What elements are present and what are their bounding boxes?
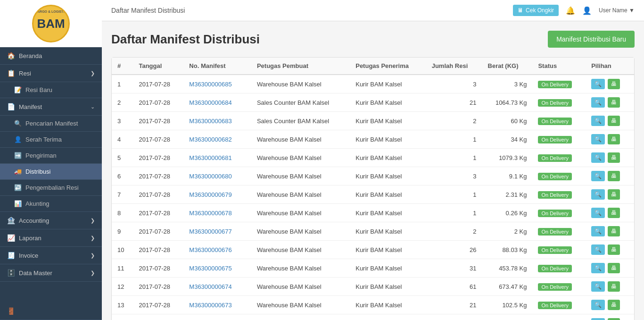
- view-button[interactable]: 🔍: [591, 79, 605, 89]
- manifest-link[interactable]: M36300000683: [189, 118, 231, 125]
- manifest-link[interactable]: M36300000677: [189, 228, 231, 235]
- sidebar-item-pengembalian-resi[interactable]: ↩️ Pengembalian Resi: [0, 180, 102, 196]
- print-button[interactable]: 🖶: [608, 79, 620, 89]
- view-button[interactable]: 🔍: [591, 97, 605, 108]
- sidebar-item-data-master[interactable]: 🗄️ Data Master ❯: [0, 264, 102, 282]
- main-content: Daftar Manifest Distribusi 🖩 Cek Ongkir …: [102, 0, 644, 320]
- printer-icon: 🖶: [611, 265, 617, 271]
- manifest-link[interactable]: M36300000680: [189, 173, 231, 180]
- cell-pembuat: Sales Counter BAM Kalsel: [251, 93, 350, 112]
- search-icon: 🔍: [594, 118, 602, 124]
- sidebar-item-label: Resi: [19, 70, 31, 77]
- view-button[interactable]: 🔍: [591, 244, 605, 255]
- sidebar-item-label: Accounting: [19, 217, 49, 224]
- cell-tanggal: 2017-07-28: [133, 130, 183, 149]
- notification-icon[interactable]: 🔔: [566, 6, 575, 15]
- print-button[interactable]: 🖶: [608, 318, 620, 320]
- cell-no-manifest: M36300000680: [183, 167, 251, 185]
- manifest-link[interactable]: M36300000685: [189, 81, 231, 88]
- cell-tanggal: 2017-07-28: [133, 149, 183, 167]
- sidebar-item-resi-baru[interactable]: 📝 Resi Baru: [0, 82, 102, 98]
- print-button[interactable]: 🖶: [608, 263, 620, 273]
- manifest-link[interactable]: M36300000682: [189, 136, 231, 143]
- printer-icon: 🖶: [611, 154, 617, 161]
- view-button[interactable]: 🔍: [591, 152, 605, 163]
- sidebar-item-accounting[interactable]: 🏦 Accounting ❯: [0, 212, 102, 229]
- logo-main-text: BAM: [37, 17, 65, 31]
- table-row: 9 2017-07-28 M36300000677 Warehouse BAM …: [112, 222, 634, 241]
- view-button[interactable]: 🔍: [591, 134, 605, 144]
- printer-icon: 🖶: [611, 118, 617, 124]
- page-content: Daftar Manifest Distribusi Manifest Dist…: [102, 21, 644, 320]
- view-button[interactable]: 🔍: [591, 300, 605, 310]
- sidebar-item-label: Pengembalian Resi: [25, 184, 79, 191]
- cell-jumlah: 21: [426, 296, 482, 314]
- print-button[interactable]: 🖶: [608, 116, 620, 126]
- print-button[interactable]: 🖶: [608, 171, 620, 181]
- print-button[interactable]: 🖶: [608, 226, 620, 236]
- logo-sub-text: CARGO & LOGISTIC: [33, 10, 68, 13]
- printer-icon: 🖶: [611, 283, 617, 290]
- cell-no-manifest: M36300000673: [183, 296, 251, 314]
- cell-jumlah: 31: [426, 259, 482, 278]
- sidebar-item-resi[interactable]: 📋 Resi ❯: [0, 65, 102, 82]
- search-icon: 🔍: [594, 154, 602, 161]
- new-manifest-button[interactable]: Manifest Distribusi Baru: [548, 31, 635, 48]
- sidebar-item-pengiriman[interactable]: ➡️ Pengiriman: [0, 148, 102, 164]
- view-button[interactable]: 🔍: [591, 171, 605, 181]
- sidebar-item-distribusi[interactable]: 🚚 Distribusi: [0, 164, 102, 180]
- cell-jumlah: 3: [426, 167, 482, 185]
- manifest-link[interactable]: M36300000674: [189, 283, 231, 290]
- sidebar-item-akunting[interactable]: 📊 Akunting: [0, 196, 102, 212]
- manifest-link[interactable]: M36300000673: [189, 302, 231, 309]
- sidebar-item-laporan[interactable]: 📈 Laporan ❯: [0, 229, 102, 247]
- cell-no: 8: [112, 204, 133, 222]
- cell-status: On Delivery: [532, 130, 586, 149]
- cell-status: On Delivery: [532, 112, 586, 130]
- cell-tanggal: 2017-07-28: [133, 314, 183, 320]
- sidebar-item-logout[interactable]: 🚪: [0, 303, 102, 320]
- print-button[interactable]: 🖶: [608, 152, 620, 163]
- search-icon: 🔍: [594, 81, 602, 87]
- view-button[interactable]: 🔍: [591, 318, 605, 320]
- table-row: 6 2017-07-28 M36300000680 Warehouse BAM …: [112, 167, 634, 185]
- table-row: 4 2017-07-28 M36300000682 Warehouse BAM …: [112, 130, 634, 149]
- col-pembuat: Petugas Pembuat: [251, 58, 350, 75]
- print-button[interactable]: 🖶: [608, 134, 620, 144]
- print-button[interactable]: 🖶: [608, 281, 620, 292]
- cell-penerima: Kurir BAM Kalsel: [350, 278, 426, 296]
- sidebar-item-invoice[interactable]: 🧾 Invoice ❯: [0, 247, 102, 264]
- sidebar-item-pencarian-manifest[interactable]: 🔍 Pencarian Manifest: [0, 116, 102, 132]
- user-avatar-icon[interactable]: 👤: [582, 6, 592, 15]
- sidebar-item-manifest[interactable]: 📄 Manifest ⌄: [0, 98, 102, 116]
- sidebar-item-serah-terima[interactable]: 👤 Serah Terima: [0, 132, 102, 148]
- manifest-link[interactable]: M36300000675: [189, 265, 231, 272]
- print-button[interactable]: 🖶: [608, 300, 620, 310]
- sidebar-item-beranda[interactable]: 🏠 Beranda: [0, 47, 102, 65]
- table-row: 7 2017-07-28 M36300000679 Warehouse BAM …: [112, 185, 634, 204]
- table-row: 1 2017-07-28 M36300000685 Warehouse BAM …: [112, 75, 634, 93]
- view-button[interactable]: 🔍: [591, 281, 605, 292]
- view-button[interactable]: 🔍: [591, 208, 605, 218]
- view-button[interactable]: 🔍: [591, 189, 605, 200]
- manifest-link[interactable]: M36300000678: [189, 210, 231, 217]
- cell-status: On Delivery: [532, 185, 586, 204]
- manifest-link[interactable]: M36300000681: [189, 154, 231, 161]
- cell-pembuat: Warehouse BAM Kalsel: [251, 130, 350, 149]
- search-icon: 🔍: [594, 99, 602, 106]
- print-button[interactable]: 🖶: [608, 189, 620, 200]
- sidebar-item-label: Distribusi: [25, 168, 50, 175]
- print-button[interactable]: 🖶: [608, 208, 620, 218]
- cek-ongkir-button[interactable]: 🖩 Cek Ongkir: [513, 5, 559, 16]
- view-button[interactable]: 🔍: [591, 116, 605, 126]
- view-button[interactable]: 🔍: [591, 226, 605, 236]
- print-button[interactable]: 🖶: [608, 97, 620, 108]
- manifest-link[interactable]: M36300000679: [189, 191, 231, 198]
- print-button[interactable]: 🖶: [608, 244, 620, 255]
- calculator-icon: 🖩: [518, 7, 523, 14]
- cell-status: On Delivery: [532, 75, 586, 93]
- manifest-link[interactable]: M36300000684: [189, 99, 231, 106]
- view-button[interactable]: 🔍: [591, 263, 605, 273]
- chevron-right-icon: ❯: [91, 235, 95, 241]
- manifest-link[interactable]: M36300000676: [189, 246, 231, 253]
